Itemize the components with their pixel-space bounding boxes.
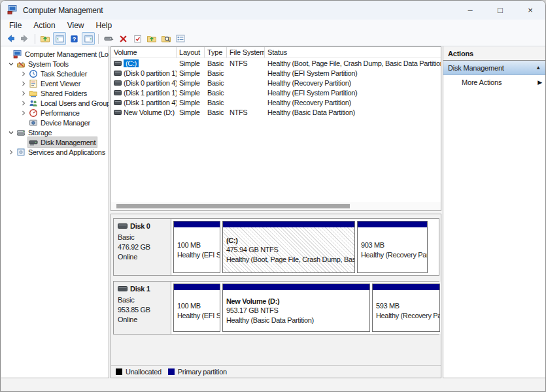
partition-status: Healthy (Basic Data Partition) [226,316,366,325]
partition-d-drive[interactable]: New Volume (D:) 953.17 GB NTFS Healthy (… [222,284,370,332]
tree-item-disk-management[interactable]: Disk Management [1,137,109,147]
window-title: Computer Management [23,6,103,15]
table-row[interactable]: (Disk 1 partition 4) Simple Basic Health… [111,97,441,107]
volume-name: (Disk 0 partition 4) [124,79,177,87]
collapse-arrow-icon[interactable]: ▲ [536,65,541,71]
table-row[interactable]: (Disk 0 partition 4) Simple Basic Health… [111,78,441,88]
volume-status: Healthy (Recovery Partition) [265,99,441,106]
volume-icon [114,99,122,106]
partition-c-drive[interactable]: (C:) 475.94 GB NTFS Healthy (Boot, Page … [222,221,355,273]
partition-size: 475.94 GB NTFS [226,245,351,255]
chevron-right-icon[interactable] [19,80,28,87]
tree-item-computer-management[interactable]: Computer Management (Local) [1,49,109,59]
help-icon[interactable]: ? [67,32,80,45]
properties-icon[interactable] [174,32,187,45]
actions-group-disk-management[interactable]: Disk Management ▲ [443,61,545,75]
chevron-down-icon[interactable] [7,129,16,136]
partition-efi[interactable]: 100 MB Healthy (EFI System Partition) [173,284,220,332]
window-controls: – □ × [455,1,545,20]
volume-status: Healthy (EFI System Partition) [265,69,441,77]
chevron-right-icon[interactable] [19,71,28,77]
tree-item-local-users-and-groups[interactable]: Local Users and Groups [1,98,109,108]
volume-name: (C:) [124,59,139,67]
legend: Unallocated Primary partition [111,365,441,378]
primary-partition-band [174,221,220,227]
volume-status: Healthy (Basic Data Partition) [265,108,441,116]
submenu-arrow-icon: ▶ [537,79,542,86]
column-header-volume[interactable]: Volume [111,47,177,57]
title-bar: Computer Management – □ × [1,1,545,20]
tree-item-label: Shared Folders [39,90,88,97]
toolbar: ? [1,31,545,46]
menu-file[interactable]: File [3,20,27,31]
tree-item-storage[interactable]: Storage [1,127,109,137]
tree-item-task-scheduler[interactable]: Task Scheduler [1,69,109,78]
disk-1-label[interactable]: Disk 1 Basic 953.85 GB Online [114,282,171,334]
primary-partition-band [373,284,439,290]
partition-size: 100 MB [177,301,216,311]
tree-item-system-tools[interactable]: System Tools [1,59,109,69]
volume-layout: Simple [177,59,205,67]
menu-view[interactable]: View [61,20,90,31]
partition-status: Healthy (Boot, Page File, Crash Dump, Ba… [226,255,351,265]
column-header-layout[interactable]: Layout [177,47,205,57]
tree-item-label: Local Users and Groups [39,99,109,107]
performance-icon [28,108,38,118]
delete-volume-icon[interactable] [116,32,129,45]
volume-list-header: Volume Layout Type File System Status [111,47,441,58]
chevron-right-icon[interactable] [7,149,16,155]
tree-item-shared-folders[interactable]: Shared Folders [1,88,109,98]
show-action-pane-icon[interactable] [82,32,95,45]
volume-layout: Simple [177,79,205,87]
minimize-icon[interactable]: – [455,1,485,20]
partition-recovery[interactable]: 903 MB Healthy (Recovery Partition) [357,221,428,273]
volume-name: (Disk 1 partition 1) [124,89,177,97]
scrollbar-thumb[interactable] [116,204,350,208]
chevron-down-icon[interactable] [7,61,16,67]
table-row[interactable]: (C:) Simple Basic NTFS Healthy (Boot, Pa… [111,58,441,68]
folder-up-icon[interactable] [39,32,52,45]
table-row[interactable]: (Disk 0 partition 1) Simple Basic Health… [111,68,441,78]
tree-item-services-and-applications[interactable]: Services and Applications [1,147,109,157]
maximize-icon[interactable]: □ [485,1,515,20]
volume-icon [114,59,122,67]
horizontal-scrollbar[interactable] [111,202,441,210]
tree-item-label: Computer Management (Local) [24,50,109,58]
explore-folder-icon[interactable] [160,32,173,45]
column-header-file-system[interactable]: File System [227,47,265,57]
table-row[interactable]: (Disk 1 partition 1) Simple Basic Health… [111,88,441,97]
chevron-right-icon[interactable] [19,110,28,116]
primary-partition-label: Primary partition [178,368,227,376]
column-header-status[interactable]: Status [265,47,441,57]
menu-help[interactable]: Help [90,20,118,31]
tree-item-label: Disk Management [39,139,97,146]
partition-efi[interactable]: 100 MB Healthy (EFI System Partition) [173,221,220,273]
services-icon [16,148,26,157]
tree-item-label: Services and Applications [27,148,107,156]
more-actions-item[interactable]: More Actions ▶ [443,75,545,90]
show-console-tree-icon[interactable] [53,32,66,45]
volume-status: Healthy (Boot, Page File, Crash Dump, Ba… [265,59,441,67]
console-tree: Computer Management (Local) System Tools… [1,46,109,378]
menu-action[interactable]: Action [27,20,61,31]
tree-item-label: Task Scheduler [39,70,88,78]
tree-item-device-manager[interactable]: Device Manager [1,118,109,127]
column-header-type[interactable]: Type [205,47,227,57]
actions-group-label: Disk Management [448,64,504,72]
forward-icon[interactable] [18,32,31,45]
close-icon[interactable]: × [515,1,545,20]
chevron-right-icon[interactable] [19,90,28,97]
back-icon[interactable] [4,32,17,45]
volume-layout: Simple [177,108,205,116]
open-folder-icon[interactable] [145,32,158,45]
check-document-icon[interactable] [131,32,144,45]
chevron-right-icon[interactable] [19,100,28,106]
tree-item-event-viewer[interactable]: Event Viewer [1,78,109,88]
rescan-disks-icon[interactable] [102,32,115,45]
partition-recovery[interactable]: 593 MB Healthy (Recovery Partition) [372,284,440,332]
tree-item-performance[interactable]: Performance [1,108,109,118]
shared-folders-icon [28,89,38,98]
table-row[interactable]: New Volume (D:) Simple Basic NTFS Health… [111,107,441,117]
primary-partition-swatch [168,368,175,375]
disk-0-label[interactable]: Disk 0 Basic 476.92 GB Online [114,219,171,275]
